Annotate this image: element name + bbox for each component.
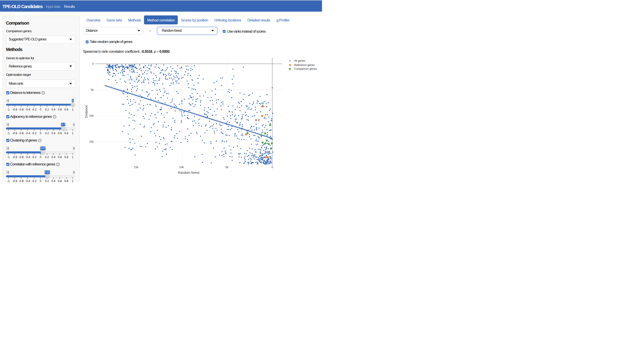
svg-text:10k: 10k (89, 114, 94, 118)
svg-text:0: 0 (92, 62, 94, 66)
svg-text:Reference genes: Reference genes (294, 64, 315, 67)
svg-text:15k: 15k (134, 166, 138, 169)
svg-text:?: ? (39, 139, 40, 142)
svg-text:All genes: All genes (294, 59, 306, 62)
svg-text:?: ? (54, 115, 55, 118)
svg-text:10k: 10k (179, 166, 184, 169)
svg-text:Random forest: Random forest (178, 171, 200, 174)
svg-text:5k: 5k (91, 88, 94, 92)
svg-text:Distance: Distance (84, 105, 88, 118)
svg-text:0: 0 (272, 166, 273, 169)
svg-text:?: ? (43, 92, 44, 94)
svg-text:?: ? (58, 163, 58, 166)
svg-text:15k: 15k (89, 140, 94, 143)
svg-text:Comparison genes: Comparison genes (294, 67, 317, 70)
svg-text:5k: 5k (226, 166, 228, 169)
